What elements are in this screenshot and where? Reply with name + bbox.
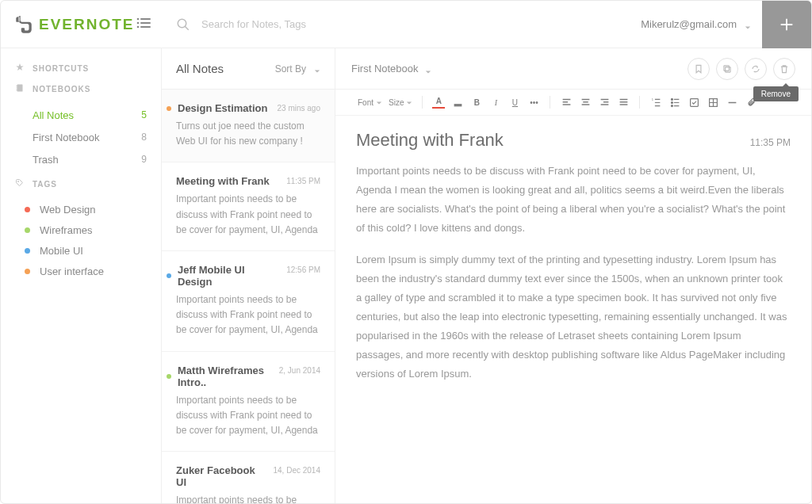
delete-tooltip: Remove (753, 86, 799, 101)
note-time: 12:56 PM (286, 265, 320, 274)
notes-list[interactable]: Design Estimation23 mins agoTurns out jo… (162, 90, 335, 503)
notebook-count: 9 (141, 154, 147, 165)
align-right-button[interactable] (598, 96, 611, 109)
share-button[interactable] (745, 58, 767, 80)
sidebar-tag-item[interactable]: Web Design (25, 199, 147, 220)
document-title[interactable]: Meeting with Frank (356, 130, 504, 151)
tag-icon (15, 178, 25, 189)
tag-label: User interface (40, 265, 104, 277)
sidebar-notebook-item[interactable]: First Notebook8 (33, 126, 147, 148)
hamburger-icon[interactable] (136, 17, 151, 31)
note-title: Jeff Mobile UI Design (178, 264, 280, 288)
star-icon (15, 63, 25, 74)
sidebar-notebook-item[interactable]: Trash9 (33, 148, 147, 170)
bullet-list-button[interactable] (668, 96, 681, 109)
svg-rect-15 (726, 67, 730, 71)
svg-point-2 (137, 22, 140, 25)
sidebar-notebook-item[interactable]: All Notes5 (33, 104, 147, 126)
numbered-list-button[interactable]: 1 (649, 96, 662, 109)
editor-toolbar: Font Size A B I U ••• (335, 90, 811, 116)
svg-rect-12 (17, 88, 18, 89)
note-time: 2, Jun 2014 (279, 366, 320, 375)
notebook-label: All Notes (33, 109, 74, 121)
size-dropdown[interactable]: Size (389, 98, 412, 107)
search-area (162, 17, 641, 32)
tag-list: Web DesignWireframesMobile UIUser interf… (15, 199, 147, 281)
underline-button[interactable]: U (508, 96, 521, 109)
sidebar: SHORTCUTS NOTEBOOKS All Notes5First Note… (1, 48, 162, 503)
sidebar-tag-item[interactable]: Mobile UI (25, 240, 147, 261)
note-item[interactable]: Zuker Facebook UI14, Dec 2014Important p… (162, 452, 335, 503)
note-snippet: Important points needs to be discuss wit… (176, 292, 320, 338)
notebook-label: Trash (33, 154, 59, 166)
table-button[interactable] (707, 96, 719, 109)
sidebar-tag-item[interactable]: User interface (25, 261, 147, 281)
sidebar-tag-item[interactable]: Wireframes (25, 220, 147, 240)
tags-label: TAGS (33, 180, 57, 189)
chevron-down-icon (376, 99, 382, 105)
note-tag-dot (167, 374, 171, 379)
sort-by-dropdown[interactable]: Sort By (275, 63, 320, 74)
paragraph[interactable]: Important points needs to be discuss wit… (356, 162, 791, 238)
tag-color-dot (25, 207, 30, 212)
editor-header: First Notebook Remove (335, 48, 811, 90)
tag-label: Mobile UI (40, 245, 83, 257)
note-item[interactable]: Matth Wireframes Intro..2, Jun 2014Impor… (162, 352, 335, 452)
note-snippet: Important points needs to be discuss wit… (176, 393, 320, 439)
text-color-button[interactable]: A (432, 96, 445, 109)
svg-point-6 (178, 19, 186, 28)
svg-rect-16 (724, 65, 729, 70)
svg-rect-10 (17, 85, 23, 92)
note-time: 11:35 PM (286, 177, 320, 185)
svg-point-34 (671, 98, 672, 100)
copy-button[interactable] (716, 58, 738, 80)
note-item[interactable]: Jeff Mobile UI Design12:56 PMImportant p… (162, 251, 335, 352)
note-item[interactable]: Meeting with Frank11:35 PMImportant poin… (162, 162, 335, 251)
chevron-down-icon (406, 99, 412, 105)
document-body[interactable]: Meeting with Frank 11:35 PM Important po… (335, 116, 811, 411)
svg-text:1: 1 (652, 97, 654, 101)
new-note-button[interactable] (762, 1, 811, 48)
note-item[interactable]: Design Estimation23 mins agoTurns out jo… (162, 90, 335, 162)
chevron-down-icon (314, 66, 320, 72)
font-dropdown[interactable]: Font (358, 98, 382, 107)
notebook-count: 8 (141, 132, 147, 143)
logo-area: EVERNOTE (1, 14, 162, 35)
highlight-button[interactable] (451, 96, 464, 109)
notebook-label: First Notebook (33, 132, 100, 143)
search-input[interactable] (201, 18, 439, 30)
hr-button[interactable] (726, 96, 738, 109)
note-snippet: Turns out joe need the custom Web UI for… (176, 119, 320, 149)
notebook-count: 5 (141, 109, 147, 120)
align-center-button[interactable] (579, 96, 592, 109)
svg-rect-5 (140, 26, 151, 28)
paragraph[interactable]: Lorem Ipsum is simply dummy text of the … (356, 250, 791, 384)
note-snippet: Important points needs to be discuss wit… (176, 192, 320, 238)
notebook-select[interactable]: First Notebook (351, 63, 431, 74)
delete-button[interactable] (773, 58, 795, 80)
chevron-down-icon (745, 21, 751, 28)
notebook-list: All Notes5First Notebook8Trash9 (15, 104, 147, 170)
app-header: EVERNOTE Mikerulz@gmail.com (1, 1, 811, 48)
italic-button[interactable]: I (489, 96, 502, 109)
notes-title: All Notes (176, 62, 224, 75)
sidebar-tags-heading[interactable]: TAGS (15, 178, 147, 189)
align-left-button[interactable] (560, 96, 573, 109)
notebooks-label: NOTEBOOKS (33, 85, 90, 94)
document-timestamp: 11:35 PM (750, 137, 791, 148)
document-content[interactable]: Important points needs to be discuss wit… (356, 162, 791, 384)
svg-line-7 (185, 26, 189, 30)
editor-pane: First Notebook Remove Font Size (335, 48, 811, 503)
svg-point-4 (137, 26, 140, 29)
more-button[interactable]: ••• (527, 96, 540, 109)
chevron-down-icon (425, 66, 431, 72)
note-title: Meeting with Frank (176, 175, 270, 187)
bookmark-button[interactable] (688, 58, 710, 80)
align-justify-button[interactable] (617, 96, 630, 109)
sidebar-shortcuts-heading[interactable]: SHORTCUTS (15, 63, 147, 74)
sidebar-notebooks-heading[interactable]: NOTEBOOKS (15, 83, 147, 94)
checklist-button[interactable] (688, 96, 700, 109)
account-menu[interactable]: Mikerulz@gmail.com (641, 18, 751, 30)
editor-actions: Remove (688, 58, 795, 80)
bold-button[interactable]: B (470, 96, 483, 109)
